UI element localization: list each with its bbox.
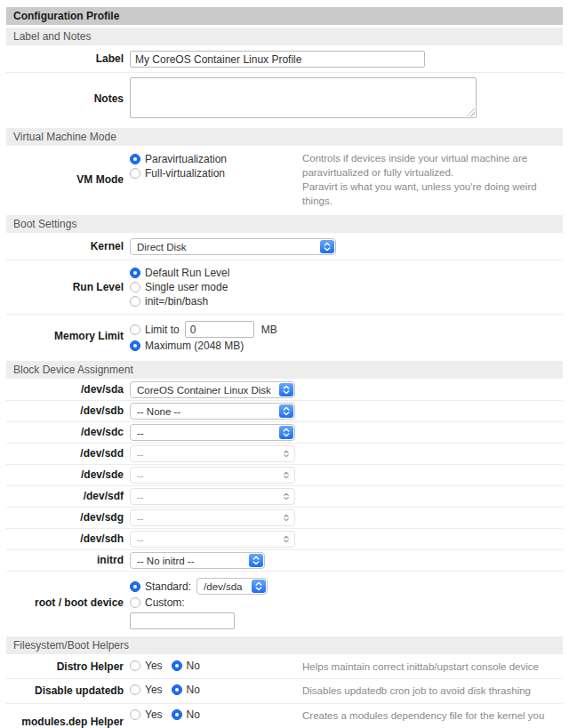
custom-device-input[interactable] <box>130 612 235 629</box>
full-virtualization-radio[interactable] <box>130 168 140 179</box>
help-line: Disables updatedb cron job to avoid disk… <box>302 684 562 698</box>
paravirtualization-radio[interactable] <box>130 154 140 164</box>
section-boot-settings: Boot Settings <box>6 215 563 233</box>
dev-sdd-row: /dev/sdd -- <box>6 443 563 464</box>
vm-mode-option-full-virtualization: Full-virtualization <box>130 167 302 180</box>
dev-sdc-select[interactable]: -- <box>130 424 295 441</box>
kernel-label: Kernel <box>6 240 130 253</box>
standard-device-select[interactable]: /dev/sda <box>196 578 268 595</box>
init-bash-radio[interactable] <box>130 296 140 307</box>
memory-unit-label: MB <box>261 324 277 336</box>
select-stepper-icon <box>279 490 293 503</box>
dev-sdf-label: /dev/sdf <box>6 490 130 503</box>
custom-device-radio[interactable] <box>130 597 140 608</box>
memory-limit-options: Limit to MB Maximum (2048 MB) <box>130 319 277 354</box>
distro-helper-label: Distro Helper <box>6 660 130 674</box>
dev-sde-label: /dev/sde <box>6 468 130 482</box>
dev-sde-select[interactable]: -- <box>130 467 295 484</box>
memory-limit-to-option: Limit to MB <box>130 321 277 338</box>
initrd-select-value: -- No initrd -- <box>137 556 195 566</box>
dev-sdb-select-value: -- None -- <box>137 406 180 417</box>
vm-mode-label: VM Mode <box>6 173 130 187</box>
distro-helper-no-radio[interactable] <box>172 660 182 671</box>
disable-updatedb-no-radio[interactable] <box>172 684 182 695</box>
run-level-row: Run Level Default Run Level Single user … <box>6 260 563 314</box>
select-stepper-icon <box>279 383 293 396</box>
dev-sdf-select-value: -- <box>137 492 144 502</box>
dev-sde-select-value: -- <box>137 470 144 481</box>
dev-sdg-select[interactable]: -- <box>130 509 295 526</box>
dev-sdh-row: /dev/sdh -- <box>6 528 563 549</box>
default-run-level-radio[interactable] <box>130 268 140 278</box>
dev-sdc-label: /dev/sdc <box>6 426 130 439</box>
distro-helper-row: Distro Helper Yes No Helps maintain corr… <box>6 655 563 678</box>
single-user-mode-radio[interactable] <box>130 282 140 292</box>
label-input[interactable] <box>130 51 425 68</box>
select-stepper-icon <box>279 447 293 460</box>
dev-sdc-select-value: -- <box>137 428 144 438</box>
dev-sdb-label: /dev/sdb <box>6 404 130 418</box>
select-stepper-icon <box>252 580 266 593</box>
distro-helper-yes-radio[interactable] <box>130 660 140 671</box>
modules-dep-options: Yes No <box>130 708 302 721</box>
memory-limit-row: Memory Limit Limit to MB Maximum (2048 M… <box>6 314 563 358</box>
dev-sdg-row: /dev/sdg -- <box>6 507 563 528</box>
default-run-level-label: Default Run Level <box>145 267 229 279</box>
vm-mode-options: Paravirtualization Full-virtualization <box>130 151 302 181</box>
dev-sda-select[interactable]: CoreOS Container Linux Disk <box>130 381 295 398</box>
paravirtualization-label: Paravirtualization <box>145 153 227 165</box>
maximum-memory-radio[interactable] <box>130 340 140 351</box>
kernel-select[interactable]: Direct Disk <box>130 238 336 255</box>
dev-sdb-row: /dev/sdb -- None -- <box>6 400 563 421</box>
select-stepper-icon <box>320 240 334 253</box>
yes-label: Yes <box>145 684 163 696</box>
block-device-rows: /dev/sda CoreOS Container Linux Disk /de… <box>6 380 563 634</box>
dev-sdd-label: /dev/sdd <box>6 447 130 460</box>
dev-sde-row: /dev/sde -- <box>6 464 563 485</box>
dev-sdh-select[interactable]: -- <box>130 531 295 548</box>
dev-sdf-row: /dev/sdf -- <box>6 485 563 507</box>
dev-sdf-select[interactable]: -- <box>130 488 295 505</box>
root-boot-custom-option: Custom: <box>130 596 268 609</box>
notes-textarea-wrap <box>130 77 477 121</box>
modules-dep-no-radio[interactable] <box>172 709 182 720</box>
root-boot-device-row: root / boot device Standard: /dev/sda Cu… <box>6 571 563 634</box>
page-title: Configuration Profile <box>6 7 563 25</box>
kernel-select-value: Direct Disk <box>137 242 187 252</box>
run-level-option-single-user: Single user mode <box>130 281 229 293</box>
no-label: No <box>187 660 200 672</box>
initrd-label: initrd <box>6 554 130 567</box>
initrd-row: initrd -- No initrd -- <box>6 549 563 571</box>
dev-sdb-select[interactable]: -- None -- <box>130 403 295 420</box>
modules-dep-yes-radio[interactable] <box>130 709 140 720</box>
root-boot-device-label: root / boot device <box>6 596 130 610</box>
dev-sdd-select[interactable]: -- <box>130 445 295 462</box>
disable-updatedb-yes-radio[interactable] <box>130 684 140 695</box>
custom-device-label: Custom: <box>145 596 185 609</box>
vm-mode-rows: VM Mode Paravirtualization Full-virtuali… <box>6 147 563 212</box>
no-label: No <box>187 684 200 696</box>
run-level-options: Default Run Level Single user mode init=… <box>130 265 229 309</box>
run-level-label: Run Level <box>6 281 130 294</box>
disable-updatedb-row: Disable updatedb Yes No Disables updated… <box>6 678 563 702</box>
dev-sdh-label: /dev/sdh <box>6 532 130 546</box>
standard-device-radio[interactable] <box>130 581 140 592</box>
notes-textarea[interactable] <box>130 77 477 118</box>
modules-dep-help: Creates a modules dependency file for th… <box>302 708 562 728</box>
select-stepper-icon <box>279 532 293 546</box>
limit-to-radio[interactable] <box>130 324 140 335</box>
dev-sda-select-value: CoreOS Container Linux Disk <box>137 385 271 396</box>
help-line: Creates a modules dependency file for th… <box>302 708 562 728</box>
dev-sdg-label: /dev/sdg <box>6 511 130 524</box>
no-label: No <box>187 708 200 721</box>
help-line: Controls if devices inside your virtual … <box>302 151 562 180</box>
select-stepper-icon <box>279 404 293 418</box>
modules-dep-helper-label: modules.dep Helper <box>6 716 130 728</box>
notes-field-label: Notes <box>6 92 130 106</box>
initrd-select[interactable]: -- No initrd -- <box>130 552 265 569</box>
resize-grip-icon[interactable] <box>467 108 475 116</box>
memory-limit-input[interactable] <box>185 321 254 338</box>
memory-maximum-option: Maximum (2048 MB) <box>130 340 277 352</box>
section-virtual-machine-mode: Virtual Machine Mode <box>6 128 563 146</box>
dev-sdg-select-value: -- <box>137 513 144 524</box>
